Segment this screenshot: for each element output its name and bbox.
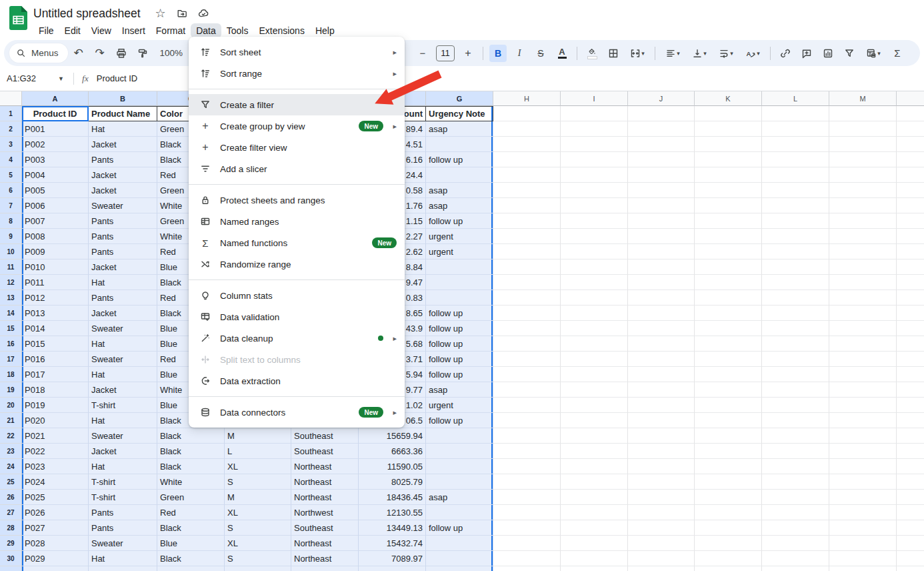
cell-G30[interactable]: [426, 551, 493, 566]
cell-G10[interactable]: urgent: [426, 244, 493, 259]
cell-B30[interactable]: Hat: [89, 551, 157, 566]
menubar-item-view[interactable]: View: [86, 23, 117, 38]
cell-K29[interactable]: [695, 536, 762, 551]
cell-I7[interactable]: [561, 198, 628, 213]
cell-L26[interactable]: [762, 490, 829, 505]
cell-L29[interactable]: [762, 536, 829, 551]
cell-G6[interactable]: asap: [426, 183, 493, 198]
star-icon[interactable]: ☆: [155, 6, 166, 21]
cell-J29[interactable]: [628, 536, 695, 551]
cell-A27[interactable]: P026: [22, 505, 89, 520]
cell-F24[interactable]: 11590.05: [359, 459, 426, 474]
page-title[interactable]: Untitled spreadsheet: [33, 7, 141, 21]
cell-C26[interactable]: Green: [157, 490, 225, 505]
row-header-28[interactable]: 28: [0, 520, 22, 536]
decrease-font-size-button[interactable]: −: [414, 45, 431, 62]
cell-G4[interactable]: follow up: [426, 152, 493, 167]
cell-A24[interactable]: P023: [22, 459, 89, 474]
cell-I11[interactable]: [561, 259, 628, 275]
menubar-item-tools[interactable]: Tools: [221, 23, 254, 38]
cell-B8[interactable]: Pants: [89, 213, 157, 229]
cell-N28[interactable]: [897, 520, 924, 536]
row-header-10[interactable]: 10: [0, 244, 22, 259]
cell-J21[interactable]: [628, 413, 695, 428]
cell-K8[interactable]: [695, 213, 762, 229]
cell-H13[interactable]: [493, 290, 561, 306]
cell-A25[interactable]: P024: [22, 474, 89, 490]
cell-A17[interactable]: P016: [22, 352, 89, 367]
cell-I21[interactable]: [561, 413, 628, 428]
cell-A26[interactable]: P025: [22, 490, 89, 505]
column-header-partial[interactable]: [897, 91, 924, 106]
cell-H8[interactable]: [493, 213, 561, 229]
cell-K7[interactable]: [695, 198, 762, 213]
cell-G2[interactable]: asap: [426, 121, 493, 137]
menubar-item-edit[interactable]: Edit: [59, 23, 86, 38]
cell-K19[interactable]: [695, 382, 762, 398]
cell-M20[interactable]: [829, 398, 897, 413]
cell-G18[interactable]: follow up: [426, 367, 493, 382]
cell-L12[interactable]: [762, 275, 829, 290]
cell-A15[interactable]: P014: [22, 321, 89, 336]
cell-J1[interactable]: [628, 106, 695, 121]
cell-L1[interactable]: [762, 106, 829, 121]
cell-E26[interactable]: Northeast: [291, 490, 359, 505]
cell-A6[interactable]: P005: [22, 183, 89, 198]
cell-B13[interactable]: Pants: [89, 290, 157, 306]
cell-I8[interactable]: [561, 213, 628, 229]
cell-M4[interactable]: [829, 152, 897, 167]
column-header-H[interactable]: H: [493, 91, 561, 106]
cell-J8[interactable]: [628, 213, 695, 229]
cell-I20[interactable]: [561, 398, 628, 413]
cell-J23[interactable]: [628, 444, 695, 459]
cell-G21[interactable]: follow up: [426, 413, 493, 428]
cell-K13[interactable]: [695, 290, 762, 306]
cell-B11[interactable]: Jacket: [89, 259, 157, 275]
cell-N14[interactable]: [897, 306, 924, 321]
cell-E31[interactable]: [291, 566, 359, 571]
cell-G25[interactable]: [426, 474, 493, 490]
row-header-26[interactable]: 26: [0, 490, 22, 505]
cell-N7[interactable]: [897, 198, 924, 213]
row-header-6[interactable]: 6: [0, 183, 22, 198]
print-button[interactable]: [113, 45, 130, 62]
cell-F22[interactable]: 15659.94: [359, 428, 426, 444]
cell-G7[interactable]: asap: [426, 198, 493, 213]
cell-H25[interactable]: [493, 474, 561, 490]
row-header-27[interactable]: 27: [0, 505, 22, 520]
cell-B18[interactable]: Hat: [89, 367, 157, 382]
cell-A19[interactable]: P018: [22, 382, 89, 398]
cell-G14[interactable]: follow up: [426, 306, 493, 321]
cell-N26[interactable]: [897, 490, 924, 505]
cell-B20[interactable]: T-shirt: [89, 398, 157, 413]
name-box[interactable]: A1:G32 ▼: [0, 73, 68, 83]
cell-G31[interactable]: [426, 566, 493, 571]
cell-M31[interactable]: [829, 566, 897, 571]
cell-N9[interactable]: [897, 229, 924, 244]
cell-D23[interactable]: L: [225, 444, 291, 459]
cell-H3[interactable]: [493, 137, 561, 152]
cell-L8[interactable]: [762, 213, 829, 229]
cell-B21[interactable]: Hat: [89, 413, 157, 428]
row-header-8[interactable]: 8: [0, 213, 22, 229]
cell-L11[interactable]: [762, 259, 829, 275]
cell-L24[interactable]: [762, 459, 829, 474]
cell-M1[interactable]: [829, 106, 897, 121]
cell-K23[interactable]: [695, 444, 762, 459]
row-header-5[interactable]: 5: [0, 167, 22, 183]
cell-K10[interactable]: [695, 244, 762, 259]
search-menus-button[interactable]: Menus: [9, 43, 68, 63]
cell-B26[interactable]: T-shirt: [89, 490, 157, 505]
cell-K3[interactable]: [695, 137, 762, 152]
cell-H26[interactable]: [493, 490, 561, 505]
cell-N3[interactable]: [897, 137, 924, 152]
cell-J11[interactable]: [628, 259, 695, 275]
menu-item-data-cleanup[interactable]: Data cleanup▸: [189, 328, 405, 349]
menu-item-sort-range[interactable]: Sort range▸: [189, 63, 405, 84]
cell-I19[interactable]: [561, 382, 628, 398]
column-header-M[interactable]: M: [829, 91, 897, 106]
cell-M3[interactable]: [829, 137, 897, 152]
cell-B10[interactable]: Pants: [89, 244, 157, 259]
cell-B12[interactable]: Hat: [89, 275, 157, 290]
cell-J19[interactable]: [628, 382, 695, 398]
